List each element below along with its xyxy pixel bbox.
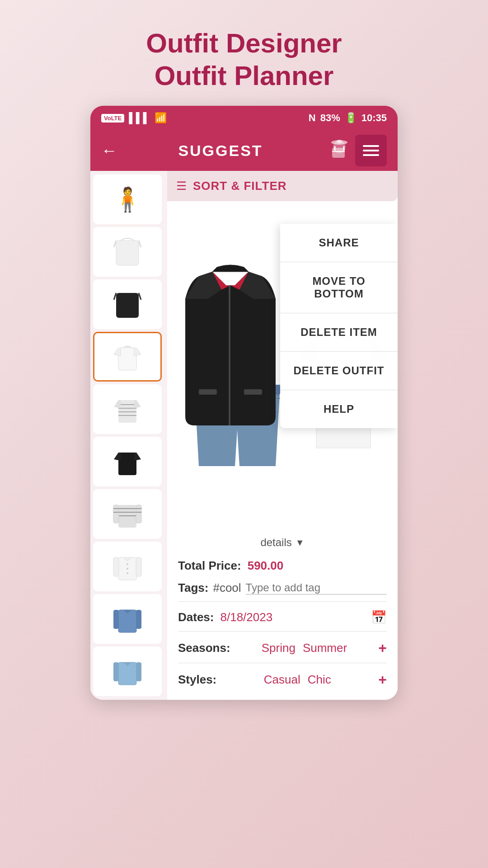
thumbnail-strip: 🧍 (90, 171, 167, 700)
svg-point-30 (127, 568, 128, 570)
info-section: Total Price: 590.00 Tags: #cool Dates: 8… (167, 552, 398, 700)
status-bar: VoLTE ▌▌▌ 📶 N 83% 🔋 10:35 (90, 106, 398, 130)
svg-rect-1 (332, 148, 345, 158)
style-chic: Chic (308, 673, 331, 687)
header-title: SUGGEST (178, 142, 263, 160)
svg-rect-36 (113, 662, 119, 681)
total-price-value: 590.00 (248, 559, 284, 573)
context-delete-outfit[interactable]: DELETE OUTFIT (280, 352, 398, 390)
svg-rect-39 (199, 389, 217, 395)
svg-rect-34 (136, 610, 141, 629)
thumb-white-shirt[interactable] (93, 542, 162, 591)
details-label: details (260, 536, 291, 549)
context-delete-item[interactable]: DELETE ITEM (280, 313, 398, 352)
thumb-white-tee[interactable] (93, 332, 162, 382)
context-help[interactable]: HELP (280, 390, 398, 428)
status-left: VoLTE ▌▌▌ 📶 (101, 112, 167, 124)
context-share[interactable]: SHARE (280, 224, 398, 262)
style-casual: Casual (264, 673, 300, 687)
styles-label: Styles: (178, 673, 216, 687)
svg-rect-15 (118, 453, 136, 475)
season-summer: Summer (303, 641, 347, 655)
styles-values: Casual Chic (264, 673, 331, 687)
svg-rect-8 (116, 293, 139, 318)
add-season-button[interactable]: + (378, 640, 387, 656)
menu-bar-3 (363, 154, 379, 156)
status-right: N 83% 🔋 10:35 (309, 112, 387, 124)
thumb-lightblue-shirt[interactable] (93, 646, 162, 696)
svg-rect-33 (113, 610, 119, 629)
sort-filter-bar: ☰ SORT & FILTER (167, 171, 398, 201)
calendar-button[interactable]: 📅 (371, 610, 387, 625)
battery-level: 83% (320, 112, 340, 124)
dates-left: Dates: 8/18/2023 (178, 610, 272, 624)
calendar-icon[interactable] (324, 135, 355, 166)
svg-rect-6 (337, 140, 342, 143)
tag-cool: #cool (213, 581, 241, 595)
wifi-icon: 📶 (155, 112, 167, 124)
right-panel: ☰ SORT & FILTER (167, 171, 398, 700)
svg-point-31 (127, 572, 128, 574)
svg-rect-28 (136, 557, 141, 576)
thumb-striped-tee[interactable] (93, 384, 162, 434)
nfc-icon: N (309, 112, 316, 124)
season-spring: Spring (262, 641, 296, 655)
total-price-label: Total Price: (178, 559, 241, 573)
header-right (324, 135, 387, 166)
jacket-item (172, 263, 289, 432)
page-title-line2: Outfit Planner (146, 60, 342, 92)
svg-rect-37 (136, 662, 141, 681)
thumb-mannequin[interactable]: 🧍 (93, 175, 162, 224)
menu-button[interactable] (355, 135, 387, 166)
thumb-black-tank[interactable] (93, 279, 162, 329)
sort-filter-icon: ☰ (176, 179, 187, 193)
outfit-display: SHARE MOVE TO BOTTOM DELETE ITEM DELETE … (167, 201, 398, 532)
tags-label: Tags: (178, 581, 208, 595)
thumb-blue-shirt[interactable] (93, 594, 162, 644)
context-menu: SHARE MOVE TO BOTTOM DELETE ITEM DELETE … (280, 224, 398, 428)
details-arrow-icon: ▼ (296, 538, 305, 548)
add-style-button[interactable]: + (378, 671, 387, 688)
svg-rect-40 (244, 389, 262, 395)
seasons-row: Seasons: Spring Summer + (178, 640, 387, 663)
page-title-area: Outfit Designer Outfit Planner (128, 0, 360, 106)
clock: 10:35 (361, 112, 387, 124)
seasons-label: Seasons: (178, 641, 230, 655)
tag-input[interactable] (246, 581, 387, 594)
dates-row: Dates: 8/18/2023 📅 (178, 610, 387, 632)
tags-row: Tags: #cool (178, 581, 387, 602)
mannequin-icon: 🧍 (113, 188, 142, 211)
page-title-line1: Outfit Designer (146, 27, 342, 60)
signal-icon: ▌▌▌ (129, 112, 150, 124)
menu-bar-2 (363, 150, 379, 151)
styles-row: Styles: Casual Chic + (178, 671, 387, 693)
date-value: 8/18/2023 (220, 610, 272, 624)
svg-rect-20 (113, 505, 119, 523)
volte-badge: VoLTE (101, 114, 124, 123)
seasons-values: Spring Summer (262, 641, 347, 655)
svg-rect-27 (113, 557, 119, 576)
svg-point-29 (127, 563, 128, 565)
battery-icon: 🔋 (345, 112, 357, 124)
svg-rect-7 (116, 241, 139, 265)
menu-bar-1 (363, 145, 379, 147)
thumb-black-tee[interactable] (93, 437, 162, 486)
main-content: 🧍 (90, 171, 398, 700)
context-move-to-bottom[interactable]: MOVE TO BOTTOM (280, 262, 398, 313)
back-button[interactable]: ← (101, 141, 117, 160)
sort-filter-label[interactable]: SORT & FILTER (193, 179, 287, 193)
svg-rect-21 (136, 505, 141, 523)
thumb-striped-longsleeve[interactable] (93, 489, 162, 539)
details-row[interactable]: details ▼ (167, 532, 398, 552)
total-price-row: Total Price: 590.00 (178, 559, 387, 573)
app-header: ← SUGGEST (90, 130, 398, 171)
thumb-white-tank[interactable] (93, 227, 162, 277)
phone-frame: VoLTE ▌▌▌ 📶 N 83% 🔋 10:35 ← SUGGEST (90, 106, 398, 700)
svg-rect-9 (118, 348, 136, 370)
dates-label: Dates: (178, 610, 214, 624)
